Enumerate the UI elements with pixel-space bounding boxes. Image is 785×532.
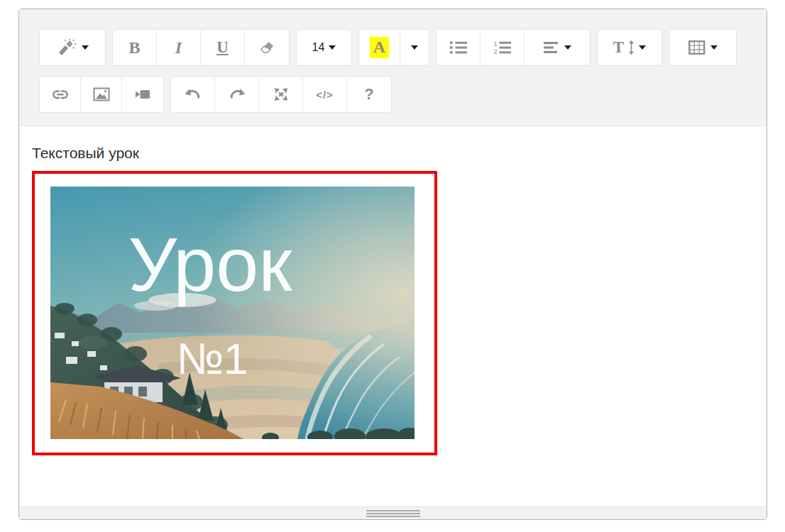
group-styles xyxy=(39,29,106,66)
help-icon: ? xyxy=(364,85,373,104)
toolbar-row-2: </> ? xyxy=(39,76,752,113)
caret-down-icon xyxy=(329,45,336,50)
font-color-label: A xyxy=(370,37,389,58)
caret-down-icon xyxy=(564,45,571,50)
wand-icon xyxy=(56,38,77,57)
group-font-size: 14 xyxy=(296,29,352,66)
font-color-button[interactable]: A xyxy=(359,30,400,65)
code-icon: </> xyxy=(316,89,334,101)
bullet-list-button[interactable] xyxy=(437,30,481,65)
insert-media-button[interactable] xyxy=(122,77,163,112)
inserted-image[interactable]: Урок №1 xyxy=(32,171,437,455)
italic-label: I xyxy=(175,38,182,57)
font-size-value: 14 xyxy=(312,41,325,54)
editor-content-area[interactable]: Текстовый урок xyxy=(19,126,767,506)
caret-down-icon xyxy=(710,45,718,50)
grip-lines-icon xyxy=(366,516,420,517)
redo-button[interactable] xyxy=(215,77,259,112)
image-icon xyxy=(92,86,111,103)
lesson-text[interactable]: Текстовый урок xyxy=(32,145,752,162)
line-spacing-dropdown[interactable]: T xyxy=(598,30,662,65)
rich-text-editor: B I U 14 xyxy=(18,9,767,520)
line-spacing-icon xyxy=(628,40,635,55)
insert-image-button[interactable] xyxy=(81,77,122,112)
clear-formatting-button[interactable] xyxy=(245,30,289,65)
redo-icon xyxy=(228,87,246,102)
style-wand-dropdown[interactable] xyxy=(40,30,105,65)
bullet-list-icon xyxy=(449,40,468,55)
group-lists-align: 1 2 xyxy=(436,29,591,66)
group-actions: </> ? xyxy=(170,76,392,113)
grip-lines-icon xyxy=(366,510,420,511)
group-table xyxy=(669,29,737,66)
undo-button[interactable] xyxy=(171,77,215,112)
resize-handle[interactable] xyxy=(366,508,420,519)
beach-photo: Урок №1 xyxy=(50,187,415,439)
fullscreen-button[interactable] xyxy=(259,77,303,112)
group-font-color: A xyxy=(358,29,429,66)
editor-toolbar: B I U 14 xyxy=(19,9,767,126)
group-insert xyxy=(39,76,164,113)
caret-down-icon xyxy=(411,45,418,50)
svg-text:1: 1 xyxy=(493,40,497,48)
image-title-text: Урок xyxy=(50,226,370,303)
undo-icon xyxy=(184,87,202,102)
editor-statusbar xyxy=(19,506,767,519)
toolbar-row-1: B I U 14 xyxy=(39,29,752,66)
link-icon xyxy=(51,86,70,103)
bold-button[interactable]: B xyxy=(113,30,157,65)
link-button[interactable] xyxy=(40,77,81,112)
fullscreen-icon xyxy=(273,86,290,103)
group-text-format: B I U xyxy=(112,29,290,66)
svg-text:2: 2 xyxy=(493,48,497,55)
italic-button[interactable]: I xyxy=(157,30,201,65)
numbered-list-button[interactable]: 1 2 xyxy=(481,30,525,65)
table-dropdown[interactable] xyxy=(669,30,736,65)
html-code-button[interactable]: </> xyxy=(303,77,347,112)
numbered-list-icon: 1 2 xyxy=(493,40,512,55)
media-icon xyxy=(133,86,152,103)
bold-label: B xyxy=(128,38,140,57)
grip-lines-icon xyxy=(366,513,420,514)
help-button[interactable]: ? xyxy=(347,77,391,112)
image-subtitle-text: №1 xyxy=(50,337,374,381)
underline-label: U xyxy=(216,38,229,57)
font-size-dropdown[interactable]: 14 xyxy=(297,30,351,65)
align-left-icon xyxy=(543,40,560,55)
line-spacing-label: T xyxy=(613,38,624,57)
font-color-dropdown[interactable] xyxy=(400,30,429,65)
underline-button[interactable]: U xyxy=(201,30,245,65)
table-icon xyxy=(688,39,706,56)
caret-down-icon xyxy=(639,45,646,50)
group-line-spacing: T xyxy=(597,29,662,66)
caret-down-icon xyxy=(82,45,89,50)
align-dropdown[interactable] xyxy=(525,30,590,65)
eraser-icon xyxy=(258,39,275,56)
